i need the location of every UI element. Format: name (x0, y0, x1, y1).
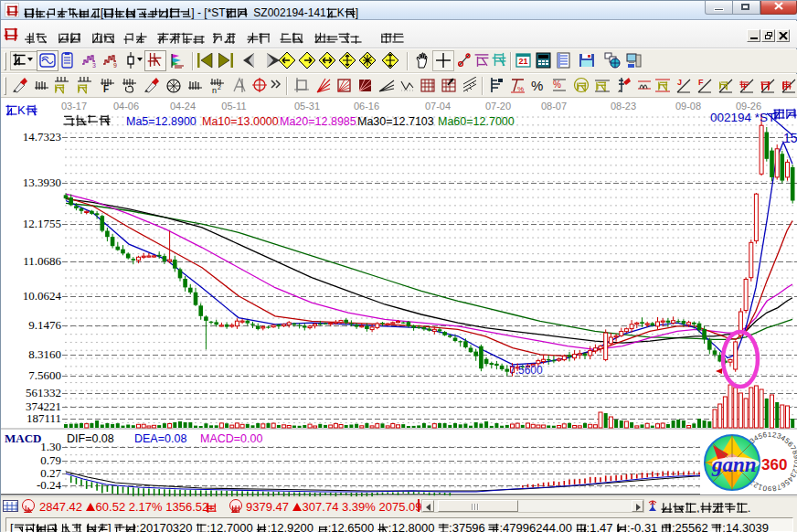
svg-text:11.0686: 11.0686 (23, 254, 61, 268)
svg-text:gann: gann (711, 453, 757, 476)
svg-text:06-16: 06-16 (354, 101, 379, 112)
svg-text:9: 9 (113, 62, 117, 69)
svg-text:MACD=0.00: MACD=0.00 (200, 432, 262, 445)
svg-text:0.79: 0.79 (40, 453, 61, 467)
svg-text:07-20: 07-20 (485, 101, 511, 112)
svg-text:13.3930: 13.3930 (23, 176, 61, 189)
svg-text:F: F (103, 84, 109, 94)
svg-text:9.1476: 9.1476 (28, 318, 61, 332)
svg-text:Ma60=12.7000: Ma60=12.7000 (438, 115, 515, 128)
svg-text:08-07: 08-07 (541, 101, 567, 112)
svg-text:561332: 561332 (26, 386, 61, 399)
svg-text:Ma10=13.0000: Ma10=13.0000 (202, 115, 279, 128)
svg-text:8.3160: 8.3160 (28, 347, 61, 361)
svg-text:03-17: 03-17 (61, 101, 87, 112)
svg-text:187111: 187111 (27, 411, 61, 425)
svg-text:3: 3 (92, 62, 96, 69)
svg-text:002194 *ST: 002194 *ST (710, 111, 775, 124)
svg-text:04-24: 04-24 (170, 101, 196, 112)
svg-text:21: 21 (519, 57, 528, 66)
svg-text:08-23: 08-23 (611, 101, 636, 112)
svg-text:7.5600: 7.5600 (509, 364, 543, 377)
svg-text:-0.24: -0.24 (37, 478, 62, 492)
svg-text:Ma5=12.8900: Ma5=12.8900 (126, 115, 197, 128)
svg-text:2: 2 (218, 84, 221, 90)
svg-text:%: % (553, 80, 561, 90)
svg-text:7.5600: 7.5600 (28, 368, 61, 382)
svg-text:J: J (677, 78, 682, 87)
svg-text:DIF=0.08: DIF=0.08 (67, 432, 114, 445)
svg-text:F: F (698, 78, 704, 87)
svg-text:15: 15 (783, 131, 797, 145)
svg-text:12.1755: 12.1755 (23, 217, 61, 230)
svg-text:05-11: 05-11 (221, 101, 246, 112)
svg-text:MACD: MACD (5, 431, 41, 445)
svg-text:07-04: 07-04 (425, 101, 451, 112)
svg-text:n: n (212, 86, 217, 94)
svg-text:09-08: 09-08 (675, 101, 701, 112)
svg-text:Ma30=12.7103: Ma30=12.7103 (357, 115, 434, 128)
svg-text:DEA=0.08: DEA=0.08 (134, 432, 186, 445)
svg-text:05-31: 05-31 (294, 101, 320, 112)
svg-text:360: 360 (761, 456, 787, 473)
svg-text:14.7323: 14.7323 (23, 130, 61, 144)
svg-text:04-06: 04-06 (113, 101, 139, 112)
svg-text:10.0624: 10.0624 (23, 289, 62, 303)
svg-text:1.30: 1.30 (40, 440, 61, 453)
svg-text:Ma20=12.8985: Ma20=12.8985 (280, 115, 356, 128)
